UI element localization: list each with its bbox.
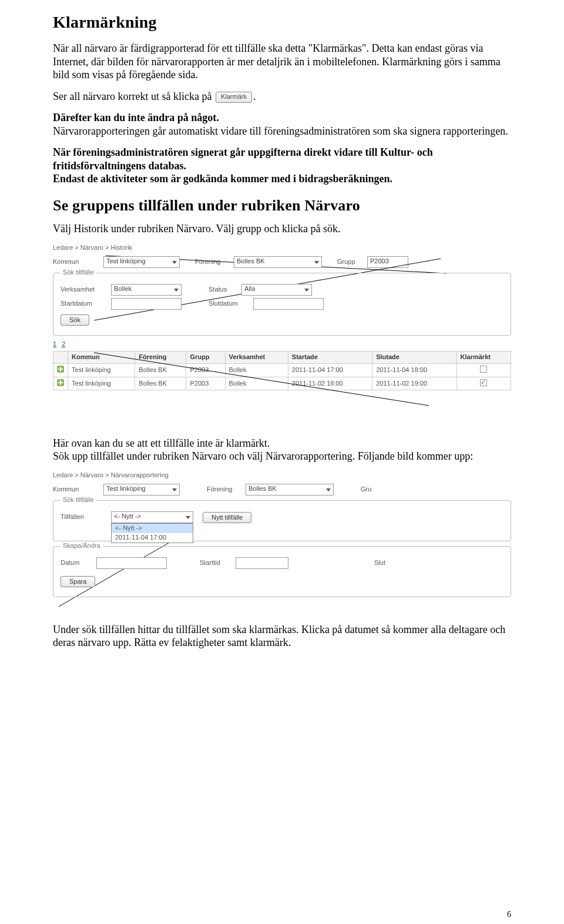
para-no-edit: Därefter kan du inte ändra på något. <box>53 111 511 125</box>
heading-group-times: Se gruppens tillfällen under rubriken Nä… <box>53 196 511 216</box>
verksamhet-select[interactable]: Bollek <box>111 284 182 296</box>
cell-grupp: P2003 <box>186 377 225 390</box>
kommun-select[interactable]: Test linköping <box>103 256 180 268</box>
nytt-tillfalle-button[interactable]: Nytt tillfälle <box>203 512 251 523</box>
kommun-select[interactable]: Test linköping <box>103 484 180 496</box>
cell-forening: Bolles BK <box>135 377 186 390</box>
cell-startade: 2011-11-02 18:00 <box>288 377 372 390</box>
startdatum-input[interactable] <box>111 298 182 310</box>
spara-button[interactable]: Spara <box>61 576 95 587</box>
legend-sok-tillfalle: Sök tillfälle <box>61 496 96 504</box>
table-row[interactable]: Test linköping Bolles BK P2003 Bollek 20… <box>53 377 511 390</box>
th-grupp: Grupp <box>186 351 225 364</box>
datum-input[interactable] <box>96 557 167 569</box>
para-choose-history: Välj Historik under rubriken Närvaro. Vä… <box>53 222 511 236</box>
table-row[interactable]: Test linköping Bolles BK P2003 Bollek 20… <box>53 363 511 377</box>
para-final: Under sök tillfällen hittar du tillfälle… <box>53 623 511 650</box>
breadcrumb-historik: Ledare > Närvaro > Historik <box>53 244 511 252</box>
status-select[interactable]: Alla <box>241 284 312 296</box>
label-kommun: Kommun <box>53 486 100 494</box>
screenshot-historik: Ledare > Närvaro > Historik Kommun Test … <box>53 244 511 426</box>
th-verksamhet: Verksamhet <box>225 351 288 364</box>
dropdown-option[interactable]: <- Nytt -> <box>112 524 193 533</box>
label-tillfallen: Tillfällen <box>61 513 108 521</box>
label-slutdatum: Slutdatum <box>209 300 250 308</box>
para-not-klarmarkt: Här ovan kan du se att ett tillfälle int… <box>53 437 511 450</box>
cell-kommun: Test linköping <box>68 363 135 377</box>
historik-table: Kommun Förening Grupp Verksamhet Startad… <box>53 351 511 390</box>
label-forening: Förening <box>207 486 242 494</box>
label-verksamhet: Verksamhet <box>61 286 108 294</box>
label-starttid: Starttid <box>200 559 232 567</box>
cell-slutade: 2011-11-04 18:00 <box>372 363 456 377</box>
dropdown-option[interactable]: 2011-11-04 17:00 <box>112 533 193 543</box>
forening-select[interactable]: Bolles BK <box>246 484 334 496</box>
para-intro: När all närvaro är färdigrapporterad för… <box>53 42 511 82</box>
sok-button[interactable]: Sök <box>61 314 89 326</box>
cell-verksamhet: Bollek <box>225 377 288 390</box>
cell-forening: Bolles BK <box>135 363 186 377</box>
para-approved-only: Endast de aktiviteter som är godkända ko… <box>53 172 511 186</box>
th-icon <box>53 351 68 364</box>
heading-klarmarkning: Klarmärkning <box>53 12 511 32</box>
breadcrumb-rapportering: Ledare > Närvaro > Närvarorapportering <box>53 471 511 480</box>
text-before-btn: Ser all närvaro korrekt ut så klicka på <box>53 91 212 102</box>
label-datum: Datum <box>61 559 93 567</box>
para-auto-forward: Närvarorapporteringen går automatiskt vi… <box>53 125 511 138</box>
klarmarkt-checkbox <box>480 366 487 373</box>
label-status: Status <box>209 286 238 294</box>
label-grupp: Grupp <box>337 258 364 266</box>
cell-grupp: P2003 <box>186 363 225 377</box>
label-slut: Slut <box>374 559 395 567</box>
starttid-input[interactable] <box>236 557 288 569</box>
page-2-link[interactable]: 2 <box>62 340 65 347</box>
th-kommun: Kommun <box>68 351 135 364</box>
grupp-input[interactable]: P2003 <box>367 256 408 268</box>
para-klarmark: Ser all närvaro korrekt ut så klicka på … <box>53 90 511 103</box>
cell-slutade: 2011-11-02 19:00 <box>372 377 456 390</box>
label-gru: Gru <box>361 486 378 494</box>
screenshot-narvarorapportering: Ledare > Närvaro > Närvarorapportering K… <box>53 471 511 612</box>
th-klarmarkt: Klarmärkt <box>456 351 511 364</box>
klarmarkt-checkbox <box>480 379 487 386</box>
para-find-narvarorapport: Sök upp tillfället under rubriken Närvar… <box>53 450 511 463</box>
plus-icon[interactable] <box>57 379 64 386</box>
tillfallen-dropdown-open[interactable]: <- Nytt -> 2011-11-04 17:00 <box>111 523 193 543</box>
legend-sok-tillfalle: Sök tillfälle <box>61 269 96 277</box>
fieldset-skapa-andra: Skapa/Ändra Datum Starttid Slut Spara <box>53 546 511 597</box>
slutdatum-input[interactable] <box>253 298 324 310</box>
th-forening: Förening <box>135 351 186 364</box>
label-forening: Förening <box>195 258 230 266</box>
cell-startade: 2011-11-04 17:00 <box>288 363 372 377</box>
fieldset-sok-tillfalle: Sök tillfälle Verksamhet Bollek Status A… <box>53 273 511 336</box>
page-1-link[interactable]: 1 <box>53 340 56 347</box>
th-slutade: Slutade <box>372 351 456 364</box>
cell-verksamhet: Bollek <box>225 363 288 377</box>
label-startdatum: Startdatum <box>61 300 108 308</box>
klarmark-button[interactable]: Klarmärk <box>216 92 252 103</box>
forening-select[interactable]: Bolles BK <box>234 256 322 268</box>
cell-kommun: Test linköping <box>68 377 135 390</box>
plus-icon[interactable] <box>57 366 64 373</box>
para-signed-forward: När föreningsadministratören signerat gå… <box>53 146 511 172</box>
fieldset-sok-tillfalle: Sök tillfälle Tillfällen <- Nytt -> Nytt… <box>53 500 511 541</box>
th-startade: Startade <box>288 351 372 364</box>
label-kommun: Kommun <box>53 258 100 266</box>
tillfallen-select[interactable]: <- Nytt -> <box>111 511 193 523</box>
pagination: 1 2 <box>53 340 511 349</box>
legend-skapa-andra: Skapa/Ändra <box>61 542 103 550</box>
text-after-btn: . <box>253 91 256 102</box>
